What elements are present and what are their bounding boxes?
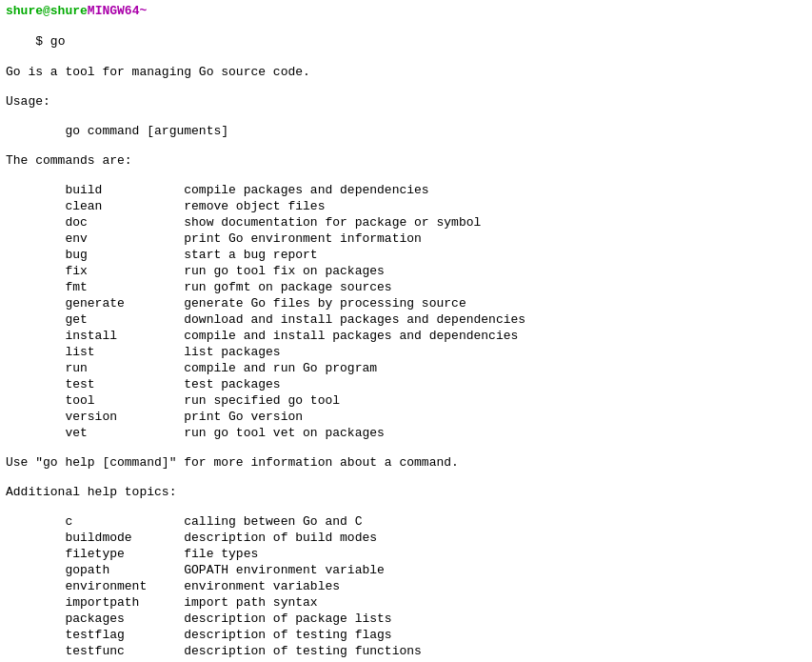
topic-row: testfunc description of testing function…	[6, 644, 806, 658]
blank-7	[6, 501, 806, 514]
usage-command: go command [arguments]	[6, 124, 806, 138]
command-row: get download and install packages and de…	[6, 312, 806, 327]
command-row: generate generate Go files by processing…	[6, 296, 806, 311]
prompt-user: shure@shure	[6, 4, 88, 18]
command-row: install compile and install packages and…	[6, 329, 806, 343]
command-row: test test packages	[6, 377, 806, 391]
prompt-line: shure@shure MINGW64 ~	[6, 4, 806, 18]
topic-row: environment environment variables	[6, 579, 806, 593]
command-row: version print Go version	[6, 410, 806, 424]
terminal-window: shure@shure MINGW64 ~ $ go Go is a tool …	[0, 0, 812, 662]
command-row: env print Go environment information	[6, 231, 806, 246]
command-row: clean remove object files	[6, 199, 806, 213]
usage-label: Usage:	[6, 94, 806, 109]
help-command-line: Use "go help [command]" for more informa…	[6, 455, 806, 470]
topic-row: filetype file types	[6, 547, 806, 561]
topic-row: packages description of package lists	[6, 612, 806, 626]
command-row: fix run go tool fix on packages	[6, 264, 806, 278]
command-row: doc show documentation for package or sy…	[6, 215, 806, 230]
commands-header: The commands are:	[6, 153, 806, 168]
go-description: Go is a tool for managing Go source code…	[6, 65, 806, 79]
blank-4	[6, 170, 806, 183]
blank-2	[6, 110, 806, 124]
topic-row: c calling between Go and C	[6, 514, 806, 529]
blank-6	[6, 471, 806, 485]
blank-3	[6, 140, 806, 153]
command-row: bug start a bug report	[6, 248, 806, 262]
prompt-shell: MINGW64	[88, 4, 140, 18]
command-row: run compile and run Go program	[6, 361, 806, 375]
blank-1	[6, 81, 806, 94]
topic-row: importpath import path syntax	[6, 595, 806, 610]
topic-row: testflag description of testing flags	[6, 628, 806, 642]
dollar-sign: $	[35, 34, 50, 49]
command-input-line: $ go	[6, 20, 806, 63]
prompt-path: ~	[139, 4, 147, 18]
command-row: vet run go tool vet on packages	[6, 426, 806, 440]
blank-5	[6, 442, 806, 455]
command-row: list list packages	[6, 345, 806, 359]
command-row: build compile packages and dependencies	[6, 183, 806, 197]
command-row: fmt run gofmt on package sources	[6, 280, 806, 294]
entered-command: go	[50, 34, 66, 49]
additional-header: Additional help topics:	[6, 485, 806, 499]
commands-list: build compile packages and dependencies …	[6, 183, 806, 440]
topics-list: c calling between Go and C buildmode des…	[6, 514, 806, 658]
command-row: tool run specified go tool	[6, 393, 806, 408]
topic-row: gopath GOPATH environment variable	[6, 563, 806, 577]
topic-row: buildmode description of build modes	[6, 531, 806, 545]
